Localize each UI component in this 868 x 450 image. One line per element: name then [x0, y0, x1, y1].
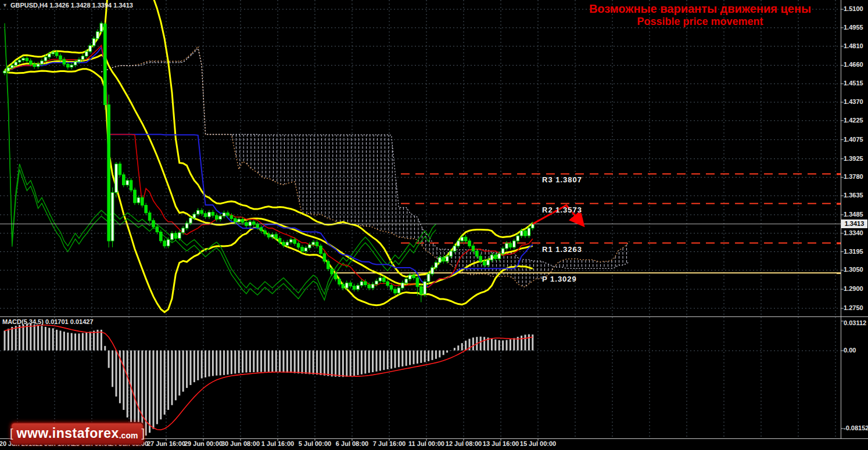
logo-bracket-left: [: [10, 427, 13, 440]
time-tick-label: 5 Jul 00:00: [299, 440, 331, 447]
current-price-box: 1.3413: [841, 219, 867, 228]
macd-axis-bottom-label: -0.08152: [844, 424, 868, 431]
macd-indicator-label: MACD(5,34,5) 0.01701 0.01427: [2, 318, 94, 325]
price-tick-label: 1.3780: [844, 173, 863, 180]
pivot-label-r1: R1 1.3263: [542, 245, 582, 254]
price-tick-label: 1.4660: [844, 61, 863, 68]
time-tick-label: 1 Jul 16:00: [261, 440, 294, 447]
instaforex-logo: [ www.instaforex .com ]: [10, 422, 144, 445]
macd-axis-top-label: 0.03112: [844, 319, 866, 326]
price-tick-label: 1.5100: [844, 5, 863, 12]
time-tick-label: 30 Jun 08:00: [221, 440, 260, 447]
time-tick-label: 12 Jul 08:00: [446, 440, 482, 447]
title-russian: Возможные варианты движения цены: [584, 2, 816, 16]
logo-bracket-right: ]: [141, 427, 145, 440]
pivot-label-r3: R3 1.3807: [542, 175, 582, 184]
chevron-down-icon[interactable]: ▼: [2, 2, 8, 9]
time-tick-label: 13 Jul 16:00: [483, 440, 519, 447]
price-tick-label: 1.4810: [844, 42, 863, 49]
price-tick-label: 1.2900: [844, 285, 863, 292]
price-tick-label: 1.3340: [844, 229, 863, 236]
price-tick-label: 1.4515: [844, 80, 863, 87]
logo-tld-text: .com: [119, 431, 138, 440]
price-tick-label: 1.4075: [844, 136, 863, 143]
price-tick-label: 1.4955: [844, 24, 863, 31]
price-tick-label: 1.3925: [844, 155, 863, 162]
chart-canvas[interactable]: [0, 0, 868, 450]
time-tick-label: 11 Jul 00:00: [408, 440, 444, 447]
time-tick-label: 29 Jun 00:00: [184, 440, 223, 447]
title-english: Possible price movement: [584, 16, 816, 28]
symbol-bar: ▼ GBPUSD,H4 1.3426 1.3428 1.3394 1.3413: [2, 2, 133, 9]
pivot-label-r2: R2 1.3573: [542, 206, 582, 214]
symbol-ohlc-label: GBPUSD,H4 1.3426 1.3428 1.3394 1.3413: [10, 2, 133, 9]
price-tick-label: 1.3050: [844, 266, 863, 273]
price-tick-label: 1.3485: [844, 211, 863, 218]
price-tick-label: 1.2750: [844, 304, 863, 311]
logo-domain-text: www.instaforex: [17, 426, 119, 441]
pivot-label-p: P 1.3029: [542, 275, 577, 283]
price-tick-label: 1.4370: [844, 98, 863, 105]
chart-window: ▼ GBPUSD,H4 1.3426 1.3428 1.3394 1.3413 …: [0, 0, 868, 450]
price-tick-label: 1.4225: [844, 117, 863, 124]
price-tick-label: 1.3195: [844, 248, 863, 255]
macd-axis-zero-label: 0.00: [844, 347, 856, 354]
time-tick-label: 15 Jul 00:00: [520, 440, 556, 447]
time-tick-label: 7 Jul 16:00: [373, 440, 406, 447]
chart-annotation-title: Возможные варианты движения цены Possibl…: [584, 2, 816, 28]
price-tick-label: 1.3635: [844, 192, 863, 199]
time-tick-label: 6 Jul 08:00: [336, 440, 368, 447]
time-tick-label: 27 Jun 16:00: [147, 440, 185, 447]
